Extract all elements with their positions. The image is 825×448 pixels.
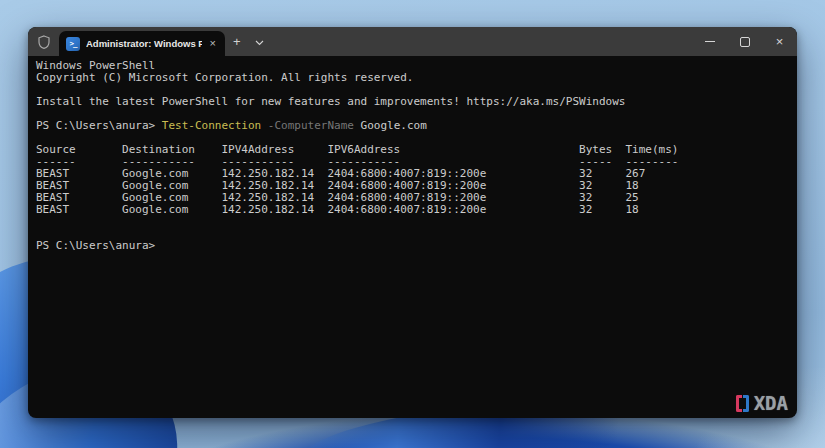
titlebar[interactable]: >_ Administrator: Windows Pow × + × bbox=[28, 27, 797, 56]
command-token: Test-Connection bbox=[162, 119, 261, 132]
tab-close-icon[interactable]: × bbox=[208, 37, 218, 50]
xda-bracket-right-icon bbox=[743, 395, 749, 412]
tab-powershell[interactable]: >_ Administrator: Windows Pow × bbox=[59, 31, 225, 56]
xda-bracket-left-icon bbox=[736, 395, 742, 412]
close-button[interactable]: × bbox=[762, 27, 797, 56]
prompt-text: PS C:\Users\anura> bbox=[36, 119, 162, 132]
minimize-icon bbox=[705, 41, 715, 42]
minimize-button[interactable] bbox=[692, 27, 727, 56]
parameter-token: -ComputerName bbox=[261, 119, 354, 132]
table-row: BEAST Google.com 142.250.182.14 2404:680… bbox=[36, 204, 797, 216]
tab-title: Administrator: Windows Pow bbox=[86, 38, 202, 49]
final-prompt-line: PS C:\Users\anura> bbox=[36, 240, 797, 252]
maximize-button[interactable] bbox=[727, 27, 762, 56]
update-notice-line: Install the latest PowerShell for new fe… bbox=[36, 96, 797, 108]
command-line: PS C:\Users\anura> Test-Connection -Comp… bbox=[36, 120, 797, 132]
new-tab-button[interactable]: + bbox=[225, 33, 249, 50]
maximize-icon bbox=[740, 37, 750, 47]
terminal-window: >_ Administrator: Windows Pow × + × Wind… bbox=[28, 27, 797, 418]
blank-line bbox=[36, 216, 797, 228]
xda-logo-text: XDA bbox=[754, 394, 788, 413]
chevron-down-icon bbox=[255, 40, 264, 46]
banner-line: Copyright (C) Microsoft Corporation. All… bbox=[36, 72, 797, 84]
powershell-icon: >_ bbox=[66, 37, 80, 51]
argument-token: Google.com bbox=[354, 119, 427, 132]
xda-watermark: XDA bbox=[736, 394, 788, 413]
terminal-content[interactable]: Windows PowerShell Copyright (C) Microso… bbox=[28, 56, 797, 252]
window-controls: × bbox=[692, 27, 797, 56]
table-rows: BEAST Google.com 142.250.182.14 2404:680… bbox=[36, 168, 797, 216]
tab-dropdown-button[interactable] bbox=[249, 33, 270, 50]
admin-shield-icon bbox=[38, 35, 50, 49]
